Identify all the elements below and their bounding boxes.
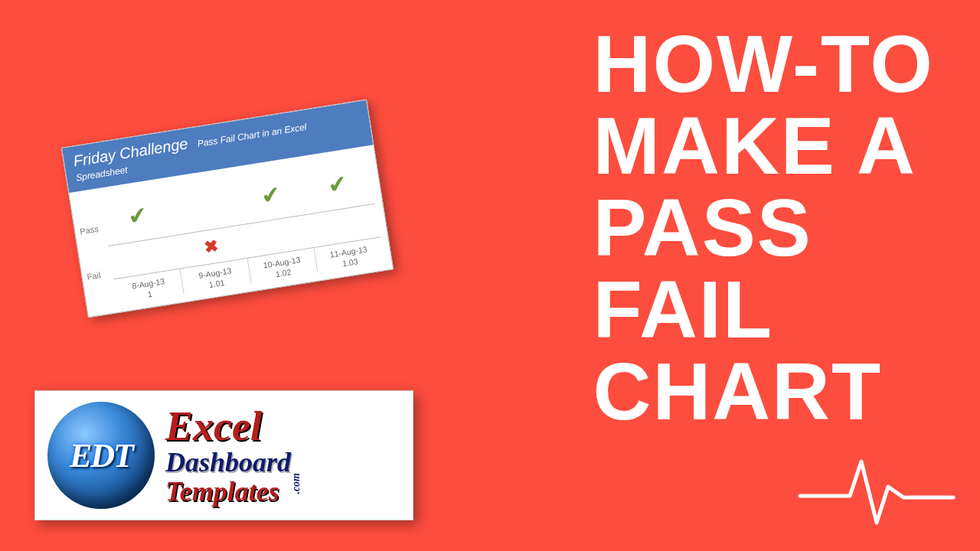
- brand-logo-card: EDT Excel .com Dashboard Templates: [34, 390, 413, 520]
- chart-header-main: Friday Challenge: [72, 135, 189, 169]
- brand-line-3: Templates: [165, 478, 291, 505]
- pulse-icon: [796, 450, 957, 534]
- title-line: FAIL: [593, 269, 934, 350]
- brand-line-2: Dashboard: [165, 448, 291, 476]
- excel-chart-card: Friday Challenge Pass Fail Chart in an E…: [61, 99, 394, 318]
- y-axis-label-pass: Pass: [79, 224, 99, 236]
- title-line: HOW-TO: [593, 23, 934, 105]
- check-icon: ✔: [326, 169, 349, 198]
- title-line: PASS: [593, 187, 934, 269]
- y-axis-label-fail: Fail: [87, 270, 101, 282]
- main-title: HOW-TO MAKE A PASS FAIL CHART: [593, 23, 934, 432]
- brand-line-1: Excel .com: [165, 406, 291, 447]
- data-point: ✔: [299, 146, 381, 247]
- check-icon: ✔: [126, 201, 149, 230]
- cross-icon: ✖: [203, 236, 220, 258]
- edt-monogram: EDT: [47, 402, 155, 509]
- edt-sphere-icon: EDT: [47, 402, 155, 509]
- check-icon: ✔: [260, 180, 283, 209]
- brand-dotcom: .com: [291, 473, 302, 494]
- title-line: CHART: [593, 350, 934, 432]
- brand-text: Excel .com Dashboard Templates: [165, 406, 291, 505]
- title-line: MAKE A: [593, 105, 934, 187]
